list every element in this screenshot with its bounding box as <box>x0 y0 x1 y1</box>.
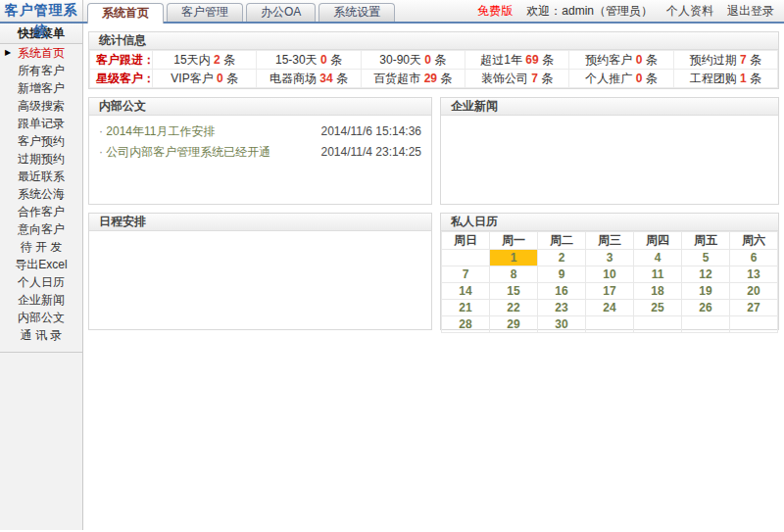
sidebar-menu: ▶系统首页所有客户新增客户高级搜索跟单记录客户预约过期预约最近联系系统公海合作客… <box>0 44 82 344</box>
stat-cell-1-1[interactable]: 电器商场 34 条 <box>257 70 361 88</box>
calendar-body: 周日周一周二周三周四周五周六12345678910111213141516171… <box>442 232 778 333</box>
calendar-day-20[interactable]: 20 <box>730 283 778 300</box>
stat-value: 7 <box>531 72 538 85</box>
stat-unit: 条 <box>431 53 446 67</box>
calendar-day-12[interactable]: 12 <box>682 266 730 283</box>
sidebar-item-7[interactable]: 最近联系 <box>0 168 82 185</box>
sidebar-item-label: 所有客户 <box>18 64 65 77</box>
stat-unit: 条 <box>642 72 657 85</box>
calendar-day-1[interactable]: 1 <box>490 250 538 266</box>
calendar-day-23[interactable]: 23 <box>538 300 586 316</box>
tab-2[interactable]: 办公OA <box>246 3 316 22</box>
documents-panel-title: 内部公文 <box>89 98 431 116</box>
sidebar-item-label: 企业新闻 <box>18 293 65 307</box>
calendar-day-5[interactable]: 5 <box>682 250 730 266</box>
calendar-empty-cell <box>442 250 490 266</box>
calendar-day-7[interactable]: 7 <box>442 266 490 283</box>
calendar-weekday-row: 周日周一周二周三周四周五周六 <box>442 232 778 250</box>
sidebar-item-0[interactable]: ▶系统首页 <box>0 44 82 62</box>
stat-unit: 条 <box>327 53 342 67</box>
sidebar-item-8[interactable]: 系统公海 <box>0 185 82 203</box>
calendar-day-11[interactable]: 11 <box>634 266 682 283</box>
sidebar-item-4[interactable]: 跟单记录 <box>0 115 82 132</box>
sidebar-item-label: 新增客户 <box>18 81 65 95</box>
stat-cell-1-4[interactable]: 个人推广 0 条 <box>569 70 673 88</box>
stat-cell-1-0[interactable]: VIP客户 0 条 <box>153 70 257 88</box>
stat-row-1: 星级客户：VIP客户 0 条电器商场 34 条百货超市 29 条装饰公司 7 条… <box>90 70 778 88</box>
stat-name: 个人推广 <box>585 72 635 85</box>
content-frame: 快捷菜单 ▶系统首页所有客户新增客户高级搜索跟单记录客户预约过期预约最近联系系统… <box>0 24 784 530</box>
calendar-day-30[interactable]: 30 <box>538 316 586 333</box>
calendar-day-24[interactable]: 24 <box>586 300 634 316</box>
profile-link[interactable]: 个人资料 <box>666 3 713 20</box>
calendar-weekday-6: 周六 <box>730 232 778 250</box>
calendar-day-15[interactable]: 15 <box>490 283 538 300</box>
sidebar-item-2[interactable]: 新增客户 <box>0 79 82 97</box>
stat-cell-1-3[interactable]: 装饰公司 7 条 <box>465 70 568 88</box>
sidebar-item-9[interactable]: 合作客户 <box>0 203 82 220</box>
calendar-panel-title: 私人日历 <box>441 214 778 231</box>
calendar-day-4[interactable]: 4 <box>634 250 682 266</box>
stat-cell-0-2[interactable]: 30-90天 0 条 <box>361 51 465 70</box>
sidebar-item-10[interactable]: 意向客户 <box>0 220 82 238</box>
stat-unit: 条 <box>538 72 553 85</box>
stat-cell-0-4[interactable]: 预约客户 0 条 <box>569 51 673 70</box>
sidebar-item-1[interactable]: 所有客户 <box>0 62 82 79</box>
sidebar-item-label: 意向客户 <box>18 222 65 236</box>
stat-cell-0-0[interactable]: 15天内 2 条 <box>153 51 257 70</box>
calendar-day-27[interactable]: 27 <box>730 300 778 316</box>
stat-cell-1-5[interactable]: 工程团购 1 条 <box>673 70 777 88</box>
sidebar-item-5[interactable]: 客户预约 <box>0 132 82 150</box>
calendar-day-26[interactable]: 26 <box>682 300 730 316</box>
stat-value: 0 <box>320 53 327 67</box>
logout-link[interactable]: 退出登录 <box>727 3 774 20</box>
schedule-panel-title: 日程安排 <box>89 214 431 231</box>
sidebar-item-13[interactable]: 个人日历 <box>0 273 82 291</box>
sidebar-item-15[interactable]: 内部公文 <box>0 309 82 326</box>
sidebar-item-16[interactable]: 通 讯 录 <box>0 326 82 344</box>
sidebar-item-14[interactable]: 企业新闻 <box>0 291 82 309</box>
stat-name: 工程团购 <box>690 72 740 85</box>
calendar-day-18[interactable]: 18 <box>634 283 682 300</box>
calendar-day-9[interactable]: 9 <box>538 266 586 283</box>
tab-0[interactable]: 系统首页 <box>87 3 164 24</box>
sidebar-item-6[interactable]: 过期预约 <box>0 150 82 168</box>
crm-app-window: 客户管理系统 系统首页客户管理办公OA系统设置 免费版 欢迎：admin（管理员… <box>0 0 784 532</box>
calendar-day-28[interactable]: 28 <box>442 316 490 333</box>
calendar-day-13[interactable]: 13 <box>730 266 778 283</box>
stat-unit: 条 <box>539 53 554 67</box>
stat-row-0: 客户跟进：15天内 2 条15-30天 0 条30-90天 0 条超过1年 69… <box>90 51 778 70</box>
calendar-day-21[interactable]: 21 <box>442 300 490 316</box>
calendar-day-10[interactable]: 10 <box>586 266 634 283</box>
calendar-day-6[interactable]: 6 <box>730 250 778 266</box>
document-link[interactable]: 公司内部客户管理系统已经开通 <box>99 142 270 163</box>
tab-1[interactable]: 客户管理 <box>167 3 243 22</box>
calendar-day-25[interactable]: 25 <box>634 300 682 316</box>
calendar-week-2: 14151617181920 <box>442 283 778 300</box>
stat-name: 电器商场 <box>270 72 319 85</box>
sidebar-item-11[interactable]: 待 开 发 <box>0 238 82 256</box>
sidebar-item-label: 过期预约 <box>18 152 65 166</box>
stat-cell-0-1[interactable]: 15-30天 0 条 <box>257 51 361 70</box>
stat-value: 34 <box>319 72 332 85</box>
calendar-day-29[interactable]: 29 <box>490 316 538 333</box>
calendar-day-16[interactable]: 16 <box>538 283 586 300</box>
calendar-day-19[interactable]: 19 <box>682 283 730 300</box>
tab-3[interactable]: 系统设置 <box>318 3 395 22</box>
calendar-day-2[interactable]: 2 <box>538 250 586 266</box>
calendar-day-17[interactable]: 17 <box>586 283 634 300</box>
document-link[interactable]: 2014年11月工作安排 <box>99 121 216 142</box>
stat-name: 15天内 <box>173 53 214 67</box>
stat-cell-1-2[interactable]: 百货超市 29 条 <box>361 70 465 88</box>
sidebar-item-12[interactable]: 导出Excel <box>0 256 82 273</box>
stat-cell-0-5[interactable]: 预约过期 7 条 <box>673 51 777 70</box>
stat-unit: 条 <box>223 72 238 85</box>
calendar-day-3[interactable]: 3 <box>586 250 634 266</box>
sidebar-item-3[interactable]: 高级搜索 <box>0 97 82 115</box>
calendar-day-8[interactable]: 8 <box>490 266 538 283</box>
sidebar-item-label: 系统公海 <box>18 187 65 201</box>
calendar-day-22[interactable]: 22 <box>490 300 538 316</box>
calendar-day-14[interactable]: 14 <box>442 283 490 300</box>
stat-cell-0-3[interactable]: 超过1年 69 条 <box>465 51 568 70</box>
stat-name: 预约客户 <box>585 53 635 67</box>
